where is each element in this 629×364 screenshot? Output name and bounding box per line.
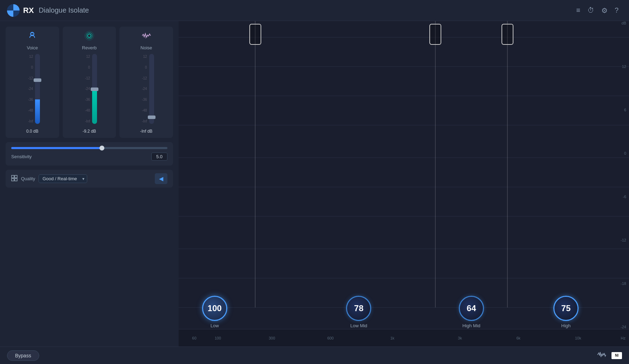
hz-scale-row: 60 100 300 600 1k 3k 6k 10k Hz [179, 329, 629, 346]
voice-slider-track[interactable] [35, 54, 40, 124]
reverb-label: Reverb [82, 45, 97, 50]
reverb-icon [84, 31, 94, 43]
reverb-slider-wrap: 12 0 -12 -24 -36 -48 -Inf [82, 54, 97, 124]
hz-600: 600 [327, 336, 333, 340]
noise-icon [141, 31, 151, 43]
reverb-slider-track[interactable] [92, 54, 97, 124]
hz-300: 300 [269, 336, 275, 340]
spectrum-view: dB 12 6 0 -6 -12 -18 -24 100 Low 78 Low … [179, 21, 629, 346]
reverb-slider-thumb[interactable] [91, 88, 98, 91]
svg-point-2 [86, 33, 92, 39]
waveform-icon [597, 351, 607, 360]
sensitivity-slider-thumb[interactable] [99, 146, 104, 150]
hz-60: 60 [192, 336, 196, 340]
reverb-value: -9.2 dB [83, 129, 96, 134]
highmid-band-wrap: 64 High Mid [459, 296, 484, 328]
noise-slider-wrap: 12 0 -12 -24 -36 -48 -Inf [139, 54, 154, 124]
app-logo [7, 4, 20, 17]
lowmid-band-handle[interactable] [429, 24, 441, 45]
history-button[interactable]: ⏱ [584, 4, 598, 16]
high-band-value: 75 [561, 303, 571, 313]
sensitivity-wrap: Sensitivity 5.0 [6, 142, 173, 166]
hz-unit: Hz [621, 336, 625, 340]
hz-10k: 10k [575, 336, 581, 340]
lowmid-band-wrap: 78 Low Mid [346, 296, 371, 328]
hz-3k: 3k [458, 336, 462, 340]
high-band-wrap: 75 High [553, 296, 579, 328]
voice-slider-wrap: 12 0 -12 -24 -36 -48 -Inf [25, 54, 40, 124]
reverb-module: Reverb 12 0 -12 -24 -36 -48 -Inf [63, 27, 116, 138]
low-band-value: 100 [208, 303, 222, 313]
highmid-band-circle[interactable]: 64 [459, 296, 484, 321]
voice-scale: 12 0 -12 -24 -36 -48 -Inf [25, 54, 33, 124]
highmid-band-handle[interactable] [502, 24, 513, 45]
svg-rect-7 [15, 178, 17, 181]
highmid-band-value: 64 [467, 303, 476, 313]
quality-select-wrap: Good / Real-time Better / Offline Best /… [39, 174, 87, 183]
plugin-name: Dialogue Isolate [39, 6, 89, 14]
noise-label: Noise [140, 45, 152, 50]
hz-1k: 1k [390, 336, 394, 340]
help-button[interactable]: ? [611, 4, 622, 16]
sensitivity-slider-track[interactable] [11, 147, 167, 149]
quality-select[interactable]: Good / Real-time Better / Offline Best /… [39, 174, 87, 183]
rx-label: RX [23, 6, 34, 15]
lowmid-band-value: 78 [354, 303, 364, 313]
settings-button[interactable]: ⚙ [598, 4, 611, 17]
quality-label: Quality [21, 176, 35, 181]
lowmid-band-circle[interactable]: 78 [346, 296, 371, 321]
sensitivity-label: Sensitivity [11, 154, 148, 159]
svg-rect-4 [12, 175, 14, 178]
low-band-circle[interactable]: 100 [202, 296, 227, 321]
quality-wrap: Quality Good / Real-time Better / Offlin… [6, 170, 173, 188]
voice-value: 0.0 dB [26, 129, 39, 134]
bottom-icons: NI [597, 351, 622, 360]
noise-module: Noise 12 0 -12 -24 -36 -48 -Inf - [119, 27, 173, 138]
high-band-circle[interactable]: 75 [553, 296, 579, 321]
svg-rect-6 [12, 178, 14, 181]
voice-slider-thumb[interactable] [34, 78, 41, 82]
svg-point-1 [88, 34, 91, 37]
svg-rect-5 [15, 175, 17, 178]
channel-row: Voice 12 0 -12 -24 -36 -48 -Inf 0 [6, 27, 173, 138]
reverb-scale: 12 0 -12 -24 -36 -48 -Inf [82, 54, 90, 124]
low-band-handle[interactable] [249, 24, 261, 45]
noise-slider-thumb[interactable] [148, 115, 155, 119]
menu-button[interactable]: ≡ [573, 4, 584, 16]
voice-module: Voice 12 0 -12 -24 -36 -48 -Inf 0 [6, 27, 59, 138]
ni-logo: NI [611, 352, 622, 359]
sensitivity-value[interactable]: 5.0 [151, 153, 167, 161]
bypass-button[interactable]: Bypass [7, 350, 39, 361]
main-content: Voice 12 0 -12 -24 -36 -48 -Inf 0 [0, 21, 629, 346]
noise-slider-track[interactable] [149, 54, 154, 124]
play-button[interactable]: ◀ [155, 173, 167, 184]
quality-icon [11, 175, 18, 183]
high-band-label: High [561, 323, 571, 328]
noise-value: -Inf dB [140, 129, 152, 134]
sensitivity-bottom: Sensitivity 5.0 [11, 153, 167, 161]
low-band-label: Low [210, 323, 219, 328]
sensitivity-slider-row [11, 147, 167, 149]
titlebar: RX Dialogue Isolate ≡ ⏱ ⚙ ? [0, 0, 629, 21]
hz-6k: 6k [517, 336, 521, 340]
low-band-wrap: 100 Low [202, 296, 227, 328]
hz-100: 100 [215, 336, 221, 340]
noise-scale: 12 0 -12 -24 -36 -48 -Inf [139, 54, 147, 124]
voice-icon [27, 31, 37, 43]
voice-label: Voice [27, 45, 38, 50]
bottombar: Bypass NI [0, 346, 629, 364]
left-panel: Voice 12 0 -12 -24 -36 -48 -Inf 0 [0, 21, 179, 346]
highmid-band-label: High Mid [462, 323, 480, 328]
lowmid-band-label: Low Mid [350, 323, 367, 328]
